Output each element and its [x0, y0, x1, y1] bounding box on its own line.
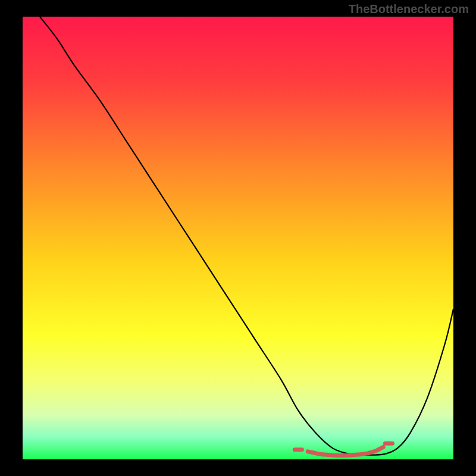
svg-line-6 — [351, 455, 358, 455]
chart-svg — [23, 17, 453, 459]
svg-line-8 — [368, 451, 375, 453]
svg-line-2 — [317, 453, 324, 455]
plot-area — [23, 17, 453, 459]
chart-container: TheBottlenecker.com — [0, 0, 476, 476]
svg-line-3 — [325, 455, 332, 455]
watermark-text: TheBottlenecker.com — [349, 2, 469, 16]
svg-line-1 — [308, 452, 315, 453]
svg-line-9 — [377, 447, 384, 450]
svg-line-7 — [359, 453, 367, 455]
